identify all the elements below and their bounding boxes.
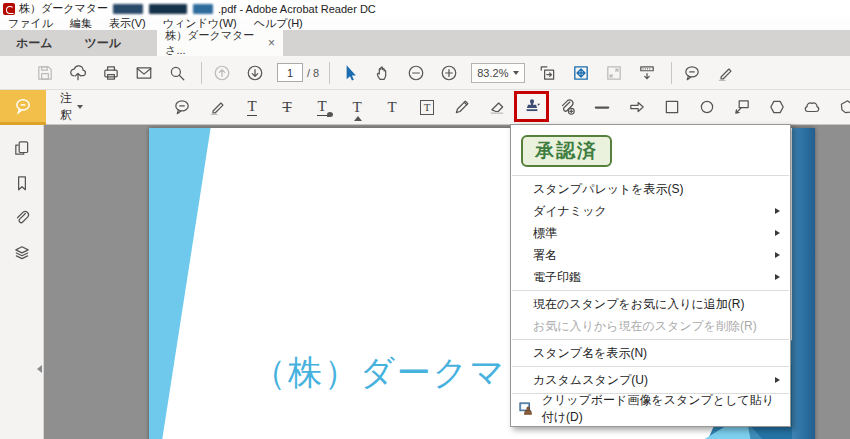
chevron-down-icon: [513, 71, 519, 75]
toolbar-separator: [201, 62, 202, 84]
previous-page-button[interactable]: [211, 62, 233, 84]
tab-tools[interactable]: ツール: [69, 30, 138, 56]
slide-left-wedge-graphic: [149, 128, 219, 439]
menu-item-show-stamp-names[interactable]: スタンプ名を表示(N): [511, 342, 790, 364]
text-box-tool[interactable]: T: [416, 96, 438, 118]
freeform-polygon-tool[interactable]: [836, 96, 850, 118]
select-tool-button[interactable]: [339, 62, 361, 84]
stamp-tool[interactable]: [521, 96, 543, 118]
rectangle-tool[interactable]: [661, 96, 683, 118]
layers-button[interactable]: [11, 242, 33, 264]
email-button[interactable]: [133, 62, 155, 84]
save-icon: [36, 64, 54, 82]
save-button[interactable]: [34, 62, 56, 84]
menu-view[interactable]: 表示(V): [109, 16, 146, 31]
annotation-menu[interactable]: 注釈: [60, 90, 83, 124]
redacted-title-segment: [193, 4, 213, 14]
fit-width-button[interactable]: [537, 62, 559, 84]
menu-item-remove-current-stamp-from-favorites: お気に入りから現在のスタンプを削除(R): [511, 315, 790, 337]
plus-circle-icon: [440, 64, 458, 82]
comment-button[interactable]: [681, 62, 703, 84]
menu-item-custom-stamps[interactable]: カスタムスタンプ(U): [511, 369, 790, 391]
square-icon: [663, 98, 681, 116]
fit-page-icon: [572, 64, 590, 82]
tab-close-icon[interactable]: ×: [268, 36, 275, 50]
next-page-button[interactable]: [244, 62, 266, 84]
submenu-arrow-icon: [775, 274, 780, 280]
bookmarks-button[interactable]: [11, 172, 33, 194]
menu-item-standard[interactable]: 標準: [511, 222, 790, 244]
print-button[interactable]: [100, 62, 122, 84]
fullscreen-button[interactable]: [603, 62, 625, 84]
page-up-icon: [213, 64, 231, 82]
menu-item-dynamic[interactable]: ダイナミック: [511, 200, 790, 222]
zoom-out-button[interactable]: [405, 62, 427, 84]
menu-item-add-current-stamp-to-favorites[interactable]: 現在のスタンプをお気に入りに追加(R): [511, 293, 790, 315]
cloud-tool[interactable]: [801, 96, 823, 118]
menu-separator: [512, 175, 789, 176]
eraser-tool[interactable]: [486, 96, 508, 118]
pencil-icon: [453, 98, 471, 116]
zoom-level-select[interactable]: 83.2%: [471, 63, 525, 83]
minus-circle-icon: [407, 64, 425, 82]
paperclip-plus-icon: [558, 98, 576, 116]
highlight-button[interactable]: [714, 62, 736, 84]
tab-home[interactable]: ホーム: [0, 30, 69, 56]
sticky-note-tool[interactable]: [171, 96, 193, 118]
approved-stamp-image: 承認済: [521, 135, 612, 167]
speech-bubble-icon: [683, 64, 701, 82]
text-callout-tool[interactable]: [731, 96, 753, 118]
submenu-arrow-icon: [775, 208, 780, 214]
menu-item-digital-seal[interactable]: 電子印鑑: [511, 266, 790, 288]
menu-separator: [512, 366, 789, 367]
line-tool[interactable]: [591, 96, 613, 118]
page-total-label: / 8: [307, 67, 319, 79]
toolbar-options-button[interactable]: [636, 62, 658, 84]
menu-file[interactable]: ファイル: [8, 16, 53, 31]
annotation-label: 注釈: [60, 90, 72, 124]
add-text-tool[interactable]: T: [381, 96, 403, 118]
zoom-level-value: 83.2%: [477, 67, 508, 79]
highlight-text-tool[interactable]: [206, 96, 228, 118]
menu-item-show-stamp-palette[interactable]: スタンプパレットを表示(S): [511, 178, 790, 200]
cloud-upload-icon: [69, 64, 87, 82]
strikethrough-text-tool[interactable]: T: [276, 96, 298, 118]
acrobat-reader-window: 株）ダークマター .pdf - Adobe Acrobat Reader DC …: [0, 0, 850, 439]
acrobat-logo-icon: [3, 3, 15, 15]
comment-bubble-icon: [14, 97, 32, 115]
polygon-tool[interactable]: [766, 96, 788, 118]
main-toolbar: / 8 83.2%: [0, 56, 850, 90]
submenu-arrow-icon: [775, 230, 780, 236]
underline-text-tool[interactable]: T: [241, 96, 263, 118]
attach-file-tool[interactable]: [556, 96, 578, 118]
stamp-preview-approved[interactable]: 承認済: [511, 129, 790, 173]
comment-panel-tile[interactable]: [0, 90, 46, 125]
oval-tool[interactable]: [696, 96, 718, 118]
page-thumbnails-button[interactable]: [11, 137, 33, 159]
submenu-arrow-icon: [775, 252, 780, 258]
zoom-in-button[interactable]: [438, 62, 460, 84]
speech-bubble-icon: [173, 98, 191, 116]
menu-edit[interactable]: 編集: [70, 16, 92, 31]
arrow-tool[interactable]: [626, 96, 648, 118]
page-number-input[interactable]: [277, 63, 303, 82]
pencil-tool[interactable]: [451, 96, 473, 118]
tab-bar: ホーム ツール 株）ダークマターさ... ×: [0, 30, 850, 56]
replace-text-tool[interactable]: T: [311, 96, 333, 118]
highlighter-icon: [716, 64, 734, 82]
arrow-icon: [628, 98, 646, 116]
hand-tool-button[interactable]: [372, 62, 394, 84]
tab-document[interactable]: 株）ダークマターさ... ×: [157, 30, 283, 56]
slide-title-text: （株）ダークマタ: [252, 350, 543, 396]
page-down-icon: [246, 64, 264, 82]
insert-text-tool[interactable]: T: [346, 96, 368, 118]
search-button[interactable]: [166, 62, 188, 84]
sidebar-collapse-handle[interactable]: [37, 365, 42, 373]
menu-item-sign-here[interactable]: 署名: [511, 244, 790, 266]
upload-cloud-button[interactable]: [67, 62, 89, 84]
expand-view-icon: [605, 64, 623, 82]
tab-document-label: 株）ダークマターさ...: [165, 28, 262, 58]
fit-page-button[interactable]: [570, 62, 592, 84]
menu-item-paste-clipboard-image-as-stamp[interactable]: クリップボード画像をスタンプとして貼り付け(D): [511, 396, 790, 422]
attachments-button[interactable]: [11, 207, 33, 229]
